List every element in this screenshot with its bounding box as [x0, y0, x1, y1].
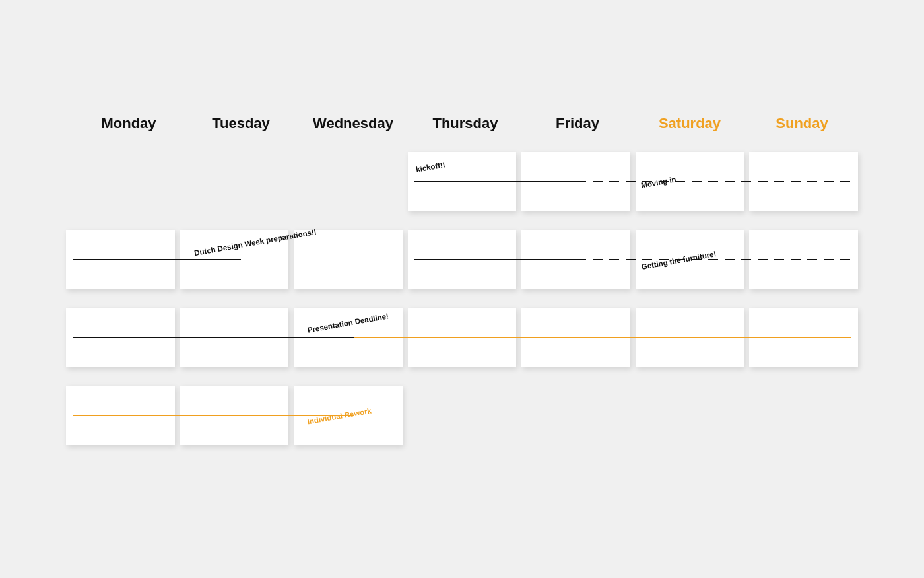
cell-r1-tue	[180, 152, 289, 211]
row-presentation: Presentation Deadline!	[66, 308, 858, 367]
header-thursday: Thursday	[409, 115, 521, 132]
cell-r2-thu	[408, 230, 517, 289]
cell-r2-sun	[749, 230, 858, 289]
cell-r3-mon	[66, 308, 175, 367]
row-ddw: Dutch Design Week preparations!! Getting…	[66, 230, 858, 289]
cell-r4-tue	[180, 386, 289, 445]
cell-r4-thu	[408, 386, 517, 445]
header-wednesday: Wednesday	[297, 115, 409, 132]
header-saturday: Saturday	[634, 115, 746, 132]
cell-r4-sat	[636, 386, 744, 445]
cell-r2-fri	[521, 230, 630, 289]
cell-r1-thu	[408, 152, 517, 211]
cell-r2-wed	[294, 230, 403, 289]
header-sunday: Sunday	[746, 115, 858, 132]
row1-grid	[66, 152, 858, 211]
row4-grid	[66, 386, 858, 445]
cell-r1-fri	[521, 152, 630, 211]
cell-r4-fri	[521, 386, 630, 445]
header-tuesday: Tuesday	[185, 115, 297, 132]
cell-r3-tue	[180, 308, 289, 367]
cell-r1-mon	[66, 152, 175, 211]
cell-r3-fri	[521, 308, 630, 367]
row3-grid	[66, 308, 858, 367]
cell-r4-mon	[66, 386, 175, 445]
row-kickoff: kickoff!! Moving in	[66, 152, 858, 211]
row-individual: Individual Rework	[66, 386, 858, 445]
day-headers: Monday Tuesday Wednesday Thursday Friday…	[66, 115, 858, 132]
cell-r4-sun	[749, 386, 858, 445]
calendar-container: Monday Tuesday Wednesday Thursday Friday…	[66, 115, 858, 464]
cell-r3-sun	[749, 308, 858, 367]
cell-r1-wed	[294, 152, 403, 211]
cell-r1-sun	[749, 152, 858, 211]
cell-r3-thu	[408, 308, 517, 367]
header-monday: Monday	[73, 115, 185, 132]
cell-r2-mon	[66, 230, 175, 289]
row2-grid	[66, 230, 858, 289]
cell-r3-sat	[636, 308, 744, 367]
header-friday: Friday	[521, 115, 634, 132]
